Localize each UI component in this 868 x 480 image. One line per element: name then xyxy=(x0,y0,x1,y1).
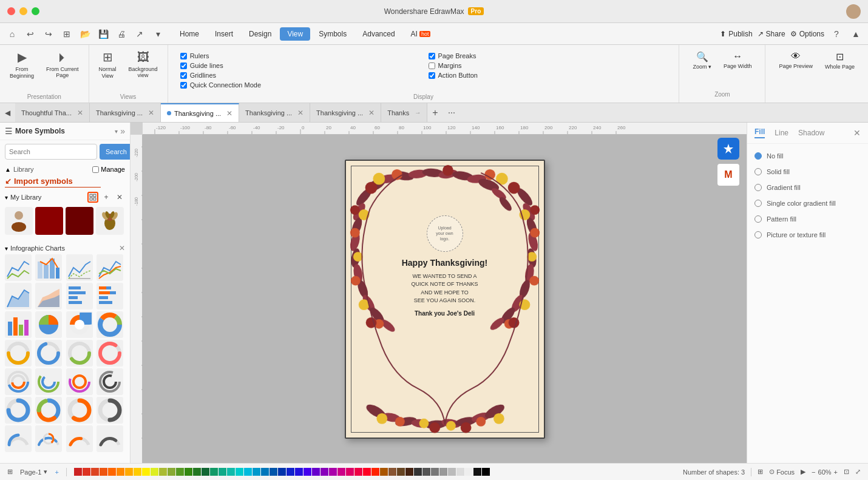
chart-arc-orange[interactable] xyxy=(66,425,93,452)
chart-donut-dark[interactable] xyxy=(97,397,123,424)
chart-donut-orange[interactable] xyxy=(66,397,93,424)
color-swatch-red[interactable] xyxy=(74,468,82,476)
chart-pie-2[interactable] xyxy=(66,311,93,338)
margins-checkbox[interactable]: Margins xyxy=(429,62,667,69)
color-swatch[interactable] xyxy=(320,468,328,476)
publish-button[interactable]: ⬆Publish xyxy=(720,30,752,38)
lib-item-red-square[interactable] xyxy=(35,207,63,235)
help-icon[interactable]: ? xyxy=(829,27,844,41)
tab-thanks[interactable]: Thanks → xyxy=(381,103,427,122)
whole-page-button[interactable]: ⊡ Whole Page xyxy=(821,50,858,71)
color-swatch[interactable] xyxy=(354,468,362,476)
quick-connection-checkbox[interactable]: Quick Connection Mode xyxy=(180,81,667,89)
color-swatch[interactable] xyxy=(465,468,473,476)
tab-thanksgiving2[interactable]: Thanksgiving ... ✕ xyxy=(161,103,239,122)
redo-icon[interactable]: ↪ xyxy=(41,27,56,41)
color-swatch[interactable] xyxy=(346,468,354,476)
chart-donut-2[interactable] xyxy=(5,340,32,367)
manage-checkbox[interactable]: Manage xyxy=(92,166,125,173)
tab-insert[interactable]: Insert xyxy=(208,27,240,41)
color-swatch[interactable] xyxy=(202,468,209,476)
color-swatch[interactable] xyxy=(363,468,371,476)
chart-ring-3[interactable] xyxy=(66,368,93,395)
chart-bar-h-2[interactable] xyxy=(97,283,123,309)
tab-close-thoughtful[interactable]: ✕ xyxy=(77,109,83,117)
color-swatch[interactable] xyxy=(193,468,201,476)
color-swatch[interactable] xyxy=(100,468,107,476)
tab-thanksgiving1[interactable]: Thanksgiving ... ✕ xyxy=(90,103,161,122)
chart-area-1[interactable] xyxy=(5,283,32,309)
chart-donut-5[interactable] xyxy=(97,340,123,367)
user-avatar[interactable] xyxy=(846,4,861,19)
play-button[interactable]: ▶ xyxy=(801,468,805,476)
page-breaks-checkbox[interactable]: Page Breaks xyxy=(429,52,667,59)
tab-add-button[interactable]: + xyxy=(427,107,442,118)
tab-thanksgiving4[interactable]: Thanksgiving ... ✕ xyxy=(310,103,381,122)
tabs-back[interactable]: ◀ xyxy=(0,109,15,117)
page-nav[interactable]: Page-1 ▾ xyxy=(20,468,47,476)
maximize-button[interactable] xyxy=(32,7,39,15)
color-swatch[interactable] xyxy=(312,468,320,476)
share-button[interactable]: ↗Share xyxy=(758,30,785,38)
page-layout-toggle[interactable]: ⊞ xyxy=(7,468,13,476)
solid-fill-option[interactable]: Solid fill xyxy=(754,164,861,179)
infographic-close-button[interactable]: ✕ xyxy=(119,244,125,252)
color-swatch[interactable] xyxy=(456,468,464,476)
color-swatch[interactable] xyxy=(388,468,396,476)
tab-design[interactable]: Design xyxy=(242,27,279,41)
color-swatch[interactable] xyxy=(134,468,141,476)
tab-close-thanksgiving2[interactable]: ✕ xyxy=(226,109,232,118)
color-swatch[interactable] xyxy=(168,468,175,476)
color-swatch[interactable] xyxy=(210,468,218,476)
color-swatch[interactable] xyxy=(295,468,303,476)
tab-advanced[interactable]: Advanced xyxy=(355,27,402,41)
color-swatch[interactable] xyxy=(337,468,345,476)
tab-close-thanksgiving3[interactable]: ✕ xyxy=(297,109,303,117)
color-swatch[interactable] xyxy=(185,468,192,476)
gradient-fill-option[interactable]: Gradient fill xyxy=(754,180,861,195)
color-swatch[interactable] xyxy=(142,468,150,476)
tab-thanksgiving3[interactable]: Thanksgiving ... ✕ xyxy=(239,103,310,122)
chart-bar-v-1[interactable] xyxy=(5,311,32,338)
page-preview-button[interactable]: 👁 Page Preview xyxy=(775,50,816,71)
lib-item-turkey[interactable] xyxy=(96,207,124,235)
color-swatch[interactable] xyxy=(91,468,99,476)
color-swatch[interactable] xyxy=(219,468,226,476)
search-button[interactable]: Search xyxy=(100,144,131,160)
color-swatch[interactable] xyxy=(439,468,447,476)
chart-bar-h-1[interactable] xyxy=(66,283,93,309)
color-swatch[interactable] xyxy=(422,468,430,476)
color-swatch[interactable] xyxy=(108,468,116,476)
color-swatch[interactable] xyxy=(278,468,286,476)
chart-line-4[interactable] xyxy=(97,254,123,281)
save-icon[interactable]: 💾 xyxy=(96,27,110,41)
ai-magic-button[interactable] xyxy=(717,138,739,160)
library-section-header[interactable]: ▲ Library Manage xyxy=(0,163,130,175)
chart-ring-4[interactable] xyxy=(97,368,123,395)
layers-button[interactable]: ⊞ xyxy=(758,468,763,476)
library-icon-button[interactable] xyxy=(87,192,98,203)
guide-lines-checkbox[interactable]: Guide lines xyxy=(180,62,419,69)
action-button-checkbox[interactable]: Action Button xyxy=(429,72,667,79)
collapse-icon[interactable]: ▲ xyxy=(849,27,863,41)
color-swatch[interactable] xyxy=(83,468,90,476)
color-swatch[interactable] xyxy=(261,468,269,476)
color-swatch[interactable] xyxy=(227,468,235,476)
single-color-gradient-fill-option[interactable]: Single color gradient fill xyxy=(754,196,861,211)
tab-view[interactable]: View xyxy=(280,27,310,41)
from-current-page-button[interactable]: ⏵ From CurrentPage xyxy=(41,48,84,82)
fullscreen-button[interactable]: ⤢ xyxy=(855,468,861,476)
rulers-checkbox[interactable]: Rulers xyxy=(180,52,419,59)
chart-arc-multi[interactable] xyxy=(35,425,62,452)
color-swatch[interactable] xyxy=(303,468,311,476)
open-icon[interactable]: 📂 xyxy=(78,27,92,41)
tabs-more-button[interactable]: ⋯ xyxy=(443,109,460,117)
color-swatch[interactable] xyxy=(151,468,158,476)
minimize-button[interactable] xyxy=(19,7,27,15)
fill-tab[interactable]: Fill xyxy=(754,127,765,138)
from-beginning-button[interactable]: ▶ FromBeginning xyxy=(5,47,39,82)
color-swatch[interactable] xyxy=(397,468,405,476)
window-controls[interactable] xyxy=(7,7,39,15)
color-swatch[interactable] xyxy=(448,468,456,476)
chart-donut-4[interactable] xyxy=(66,340,93,367)
